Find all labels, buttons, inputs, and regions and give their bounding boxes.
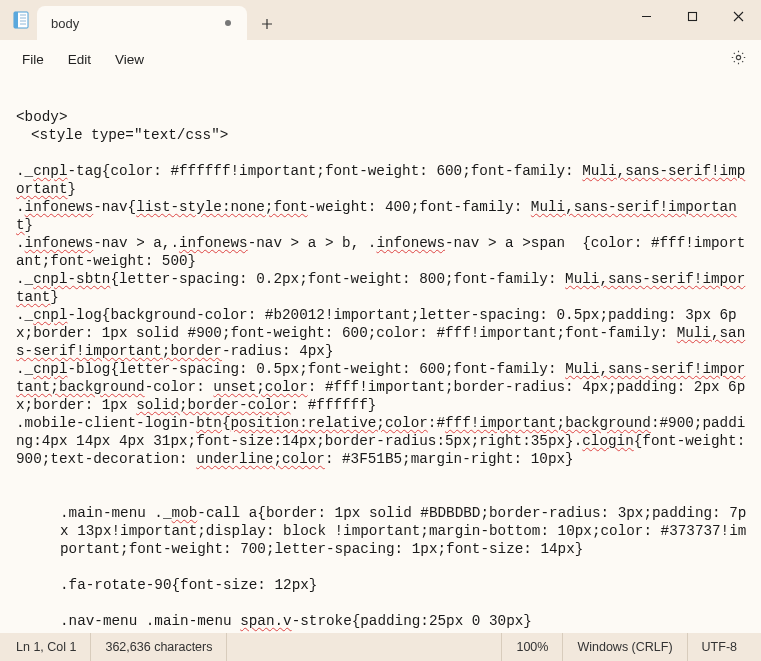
close-button[interactable] xyxy=(715,0,761,32)
code-line: ._cnpl-tag{color: #ffffff!important;font… xyxy=(16,163,745,197)
code-line: ._cnpl-blog{letter-spacing: 0.5px;font-w… xyxy=(16,361,745,413)
code-line: .fa-rotate-90{font-size: 12px} xyxy=(16,576,747,594)
status-zoom[interactable]: 100% xyxy=(502,633,563,661)
status-chars: 362,636 characters xyxy=(91,633,227,661)
code-line: .nav-menu .main-menu span.v-stroke{paddi… xyxy=(16,612,747,630)
settings-button[interactable] xyxy=(722,43,755,76)
code-line: <style type="text/css"> xyxy=(16,126,747,144)
status-eol[interactable]: Windows (CRLF) xyxy=(563,633,687,661)
svg-rect-1 xyxy=(14,12,18,28)
menu-edit[interactable]: Edit xyxy=(56,46,103,73)
menubar: File Edit View xyxy=(0,40,761,78)
minimize-button[interactable] xyxy=(623,0,669,32)
code-line: .infonews-nav{list-style:none;font-weigh… xyxy=(16,199,737,233)
code-line: .main-menu ._mob-call a{border: 1px soli… xyxy=(16,504,747,558)
menu-file[interactable]: File xyxy=(10,46,56,73)
code-line: ._cnpl-log{background-color: #b20012!imp… xyxy=(16,307,745,359)
tab-title: body xyxy=(51,16,79,31)
window-controls xyxy=(623,0,761,40)
maximize-button[interactable] xyxy=(669,0,715,32)
status-spacer xyxy=(227,633,502,661)
code-line: .infonews-nav > a,.infonews-nav > a > b,… xyxy=(16,235,745,269)
editor-content[interactable]: <body> <style type="text/css"> ._cnpl-ta… xyxy=(0,78,761,633)
status-encoding[interactable]: UTF-8 xyxy=(688,633,751,661)
modified-indicator-icon xyxy=(225,20,231,26)
menu-view[interactable]: View xyxy=(103,46,156,73)
app-icon xyxy=(12,11,30,29)
svg-rect-6 xyxy=(688,12,696,20)
titlebar: body xyxy=(0,0,761,40)
blank-line xyxy=(16,468,747,486)
tab-body[interactable]: body xyxy=(37,6,247,40)
svg-point-7 xyxy=(736,55,740,59)
statusbar: Ln 1, Col 1 362,636 characters 100% Wind… xyxy=(0,633,761,661)
code-line: .mobile-client-login-btn{position:relati… xyxy=(16,415,754,467)
code-line: ._cnpl-sbtn{letter-spacing: 0.2px;font-w… xyxy=(16,271,745,305)
new-tab-button[interactable] xyxy=(251,8,283,40)
tabs: body xyxy=(37,0,283,40)
status-cursor[interactable]: Ln 1, Col 1 xyxy=(10,633,91,661)
code-line: <body> xyxy=(16,109,67,125)
